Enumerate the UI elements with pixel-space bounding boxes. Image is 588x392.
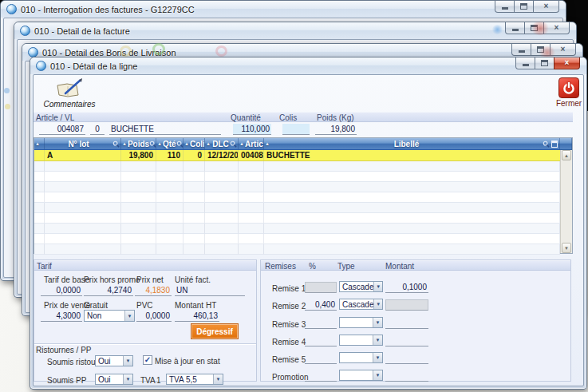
table-row-selected[interactable]: A 19,800 110 0 12/12/201: 004087 BUCHETT… <box>34 150 572 161</box>
remise5-pct-field[interactable] <box>305 353 337 364</box>
search-icon[interactable] <box>149 141 156 148</box>
minimize-button[interactable] <box>495 1 515 13</box>
maximize-button[interactable] <box>531 44 551 56</box>
sort-icon: ▲ <box>184 141 189 146</box>
close-button[interactable]: × <box>550 44 576 56</box>
fermer-button[interactable]: Fermer <box>551 77 587 108</box>
sort-icon: ▲ <box>122 141 127 146</box>
sort-icon: ▲ <box>239 141 244 146</box>
soumis-pp-select[interactable]: Oui▼ <box>95 374 133 385</box>
column-header-colis[interactable]: ▲Colis <box>184 138 205 149</box>
chevron-down-icon: ▼ <box>373 335 382 345</box>
empty-row <box>34 234 560 244</box>
chevron-down-icon: ▼ <box>373 370 382 380</box>
empty-row <box>34 203 560 213</box>
article-libelle-field[interactable]: BUCHETTE <box>109 124 221 135</box>
search-icon[interactable] <box>112 141 120 148</box>
pvc-label: PVC <box>136 301 153 310</box>
empty-row <box>34 192 560 203</box>
pvc-field[interactable]: 0,0000 <box>136 311 172 322</box>
unite-fact-field[interactable]: UN <box>175 285 245 296</box>
remise5-montant-field[interactable] <box>385 353 428 364</box>
remise2-type-select[interactable]: Cascade▼ <box>339 299 383 310</box>
scroll-up-button[interactable]: ▲ <box>562 150 571 160</box>
cell-libelle: BUCHETTE <box>264 150 572 160</box>
article-vl-field[interactable]: 0 <box>90 124 105 135</box>
column-header-libelle[interactable]: ▲Libellé <box>264 138 560 149</box>
maximize-button[interactable] <box>535 57 554 69</box>
remise1-montant-field[interactable]: 0,1000 <box>385 282 428 293</box>
remise1-type-select[interactable]: Cascade▼ <box>339 281 383 292</box>
tarif-panel: Tarif Tarif de base Prix hors promo Prix… <box>34 259 257 382</box>
promotion-montant-field[interactable] <box>385 370 428 382</box>
maximize-button[interactable] <box>514 1 534 13</box>
remise1-pct-field <box>305 282 337 293</box>
remise4-montant-field[interactable] <box>385 335 428 346</box>
search-icon[interactable] <box>543 141 550 148</box>
remise4-pct-field[interactable] <box>305 335 337 346</box>
remise2-label: Remise 2 <box>272 302 306 311</box>
remises-label: Remises <box>265 262 296 271</box>
empty-row <box>34 182 560 192</box>
poids-field[interactable]: 19,800 <box>315 124 357 135</box>
close-button[interactable]: × <box>554 57 580 69</box>
close-button[interactable]: × <box>543 22 570 34</box>
power-off-icon <box>558 77 579 98</box>
chevron-down-icon: ▼ <box>123 374 132 384</box>
prix-de-vente-field[interactable]: 4,3000 <box>41 311 82 322</box>
prix-hors-promo-field[interactable]: 4,2740 <box>84 285 133 296</box>
column-header-lot[interactable]: N° lot <box>45 138 121 149</box>
colis-label: Colis <box>279 113 297 122</box>
titlebar-interrogation-factures[interactable]: 010 - Interrogation des factures - G1227… <box>1 1 566 18</box>
commentaires-button[interactable]: Commentaires <box>38 78 101 109</box>
soumis-ristourne-select[interactable]: Oui▼ <box>95 355 133 366</box>
promotion-type-select[interactable]: ▼ <box>339 370 383 381</box>
mise-a-jour-checkbox[interactable] <box>143 355 152 365</box>
remise2-pct-field[interactable]: 0,400 <box>305 299 337 311</box>
scroll-down-button[interactable]: ▼ <box>562 243 571 253</box>
maximize-icon <box>520 3 527 10</box>
prix-net-field[interactable]: 4,1830 <box>135 285 172 296</box>
promotion-pct-field[interactable] <box>305 370 337 382</box>
montant-header: Montant <box>385 262 414 271</box>
close-icon: × <box>554 24 559 32</box>
minimize-button[interactable] <box>505 22 525 34</box>
search-icon[interactable] <box>176 141 184 148</box>
tva-select[interactable]: TVA 5,5▼ <box>166 374 223 385</box>
minimize-button[interactable] <box>515 57 535 69</box>
column-header-poids[interactable]: ▲Poids <box>121 138 156 149</box>
tarif-section-header: Tarif <box>34 260 256 271</box>
column-selector[interactable]: ▲ <box>34 138 45 149</box>
degressif-button[interactable]: Dégressif <box>191 324 238 339</box>
colis-field[interactable] <box>282 124 310 135</box>
remise4-type-select[interactable]: ▼ <box>339 335 383 346</box>
remises-panel: Remises % Type Montant Remise 1 Cascade▼… <box>260 259 571 382</box>
remise3-pct-field[interactable] <box>305 318 337 329</box>
titlebar-detail-ligne[interactable]: 010 - Détail de la ligne <box>30 57 586 74</box>
promotion-label: Promotion <box>272 373 309 382</box>
column-header-dlc[interactable]: ▲DLC <box>205 138 239 149</box>
titlebar-detail-facture[interactable]: 010 - Detail de la facture <box>14 22 576 39</box>
mise-a-jour-label: Mise à jour en stat <box>155 357 220 366</box>
montant-ht-field[interactable]: 460,13 <box>175 311 219 322</box>
quantite-field[interactable]: 110,000 <box>233 124 271 135</box>
prix-hors-promo-label: Prix hors promo <box>84 275 140 284</box>
remise5-type-select[interactable]: ▼ <box>339 352 383 363</box>
remise5-label: Remise 5 <box>272 355 306 364</box>
window-title: 010 - Detail de la facture <box>34 26 130 36</box>
column-header-qte[interactable]: ▲Qté <box>156 138 184 149</box>
gratuit-select[interactable]: Non▼ <box>84 310 135 322</box>
article-code-field[interactable]: 004087 <box>39 124 85 135</box>
column-options-icon[interactable] <box>551 141 558 148</box>
close-button[interactable]: × <box>533 1 559 13</box>
tarif-de-base-field[interactable]: 0,0000 <box>41 285 82 296</box>
column-header-article[interactable]: ▲Article <box>239 138 264 149</box>
minimize-button[interactable] <box>511 44 531 56</box>
remise3-montant-field[interactable] <box>385 318 428 329</box>
maximize-button[interactable] <box>524 22 544 34</box>
close-icon: × <box>544 2 549 10</box>
vertical-scrollbar[interactable]: ▲ ▼ <box>560 150 572 253</box>
remise3-type-select[interactable]: ▼ <box>339 317 383 328</box>
soumis-pp-label: Soumis PP <box>47 376 86 385</box>
search-icon[interactable] <box>230 141 237 148</box>
